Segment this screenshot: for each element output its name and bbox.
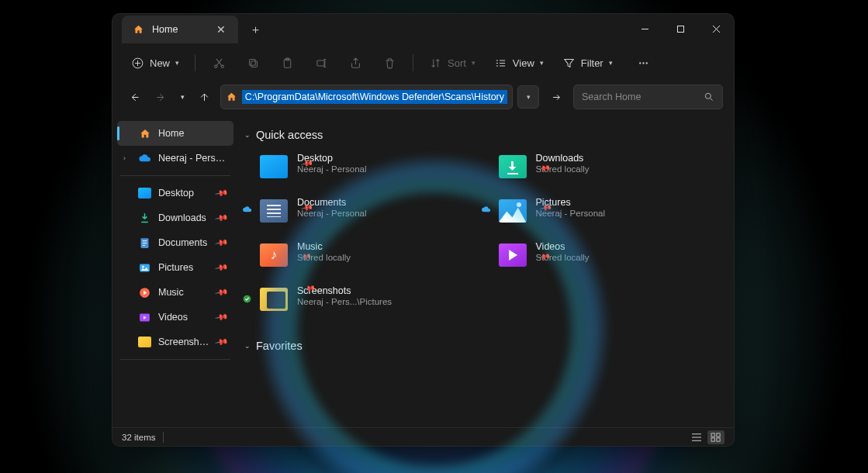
sidebar-item-music[interactable]: Music 📌 [117,280,233,305]
pin-icon: 📌 [299,250,348,288]
tiles-view-button[interactable] [707,430,724,444]
svg-rect-19 [711,433,714,436]
share-button[interactable] [340,50,371,76]
separator [195,54,195,71]
recent-locations-button[interactable]: ▾ [176,93,189,101]
sync-icon [242,294,252,304]
delete-button[interactable] [374,50,405,76]
pin-icon: 📌 [539,201,601,247]
sidebar-item-label: Neeraj - Personal [158,153,227,164]
svg-rect-22 [717,437,720,440]
plus-circle-icon [131,57,144,70]
status-bar: 32 items [112,427,734,446]
search-input[interactable] [582,91,704,102]
item-name: Documents [297,197,366,208]
svg-rect-20 [717,433,720,436]
item-location: Neeraj - Pers...\Pictures [297,297,392,306]
sidebar-item-home[interactable]: Home [117,121,233,146]
window-controls [627,14,734,43]
filter-button[interactable]: Filter ▾ [555,50,621,76]
new-tab-button[interactable]: ＋ [241,16,269,43]
item-location: Stored locally [536,253,590,262]
pin-icon: 📌 [215,310,230,325]
sidebar-item-desktop[interactable]: Desktop 📌 [117,181,233,205]
videos-icon [138,311,151,324]
quick-access-item[interactable]: Downloads Stored locally 📌 [494,150,721,187]
rename-icon [315,57,328,70]
refresh-button[interactable] [544,85,569,109]
quick-access-item[interactable]: Documents Neeraj - Personal 📌 [255,195,482,231]
quick-access-item[interactable]: Desktop Neeraj - Personal 📌 [255,150,482,187]
tab-close-button[interactable]: ✕ [213,22,229,37]
search-icon [704,91,714,102]
view-label: View [513,57,534,69]
minimize-button[interactable] [627,14,662,43]
sidebar: Home › Neeraj - Personal Desktop 📌 Downl… [112,116,237,427]
quick-access-item[interactable]: Videos Stored locally 📌 [494,239,721,275]
section-quick-access[interactable]: ⌄ Quick access [244,129,720,141]
sidebar-item-onedrive[interactable]: › Neeraj - Personal [117,146,233,171]
sidebar-item-downloads[interactable]: Downloads 📌 [117,205,233,230]
onedrive-icon [138,154,151,163]
search-box[interactable] [573,85,723,109]
section-title: Favorites [256,340,303,352]
close-button[interactable] [698,14,734,43]
sidebar-item-label: Downloads [158,212,209,223]
sidebar-item-documents[interactable]: Documents 📌 [117,230,233,255]
filter-icon [562,57,576,70]
pictures-icon [497,197,528,225]
sidebar-item-videos[interactable]: Videos 📌 [117,305,233,330]
cut-button[interactable] [203,50,234,76]
quick-access-text: Videos Stored locally 📌 [536,241,590,273]
cloud-icon [481,205,491,213]
sidebar-item-screenshots[interactable]: Screenshots 📌 [117,330,233,354]
address-path[interactable]: C:\ProgramData\Microsoft\Windows Defende… [242,90,507,104]
downloads-icon [138,212,151,225]
pin-icon: 📌 [301,157,363,203]
quick-access-text: Pictures Neeraj - Personal 📌 [536,197,605,229]
item-name: Music [297,241,351,252]
section-title: Quick access [256,129,323,141]
section-favorites[interactable]: ⌄ Favorites [244,340,720,352]
pin-icon: 📌 [215,285,230,300]
pin-icon: 📌 [215,261,230,275]
arrow-up-icon [199,91,210,103]
cloud-icon [242,205,252,213]
details-view-button[interactable] [688,430,705,444]
chevron-down-icon: ⌄ [244,342,251,350]
quick-access-item[interactable]: ♪ Music Stored locally 📌 [255,239,482,275]
sort-button[interactable]: Sort ▾ [421,50,483,76]
paste-icon [281,57,294,70]
svg-rect-4 [251,60,257,67]
chevron-right-icon: › [123,154,131,162]
up-button[interactable] [194,85,216,109]
downloads-icon [497,153,528,181]
separator [120,359,230,360]
pin-icon: 📌 [303,282,386,344]
address-bar[interactable]: C:\ProgramData\Microsoft\Windows Defende… [220,85,513,109]
more-button[interactable] [628,50,659,76]
new-button[interactable]: New ▾ [123,50,187,76]
ellipsis-icon [637,57,650,70]
videos-icon [497,241,528,269]
chevron-down-icon: ▾ [527,93,531,101]
sidebar-item-pictures[interactable]: Pictures 📌 [117,255,233,280]
view-button[interactable]: View ▾ [486,50,552,76]
cut-icon [213,57,226,70]
maximize-button[interactable] [662,14,698,43]
copy-button[interactable] [237,50,268,76]
back-button[interactable] [123,85,145,109]
separator [413,54,413,71]
sidebar-item-label: Screenshots [158,337,209,347]
new-label: New [150,57,170,69]
rename-button[interactable] [306,50,337,76]
toolbar: New ▾ Sort ▾ View ▾ Filter ▾ [112,43,734,82]
desktop-icon [258,153,289,181]
quick-access-item[interactable]: Pictures Neeraj - Personal 📌 [494,195,721,231]
tab-home[interactable]: Home ✕ [122,16,238,43]
forward-button[interactable] [150,85,171,109]
titlebar: Home ✕ ＋ [112,14,734,43]
address-history-button[interactable]: ▾ [517,85,539,109]
quick-access-item[interactable]: Screenshots Neeraj - Pers...\Pictures 📌 [255,283,482,319]
paste-button[interactable] [271,50,303,76]
